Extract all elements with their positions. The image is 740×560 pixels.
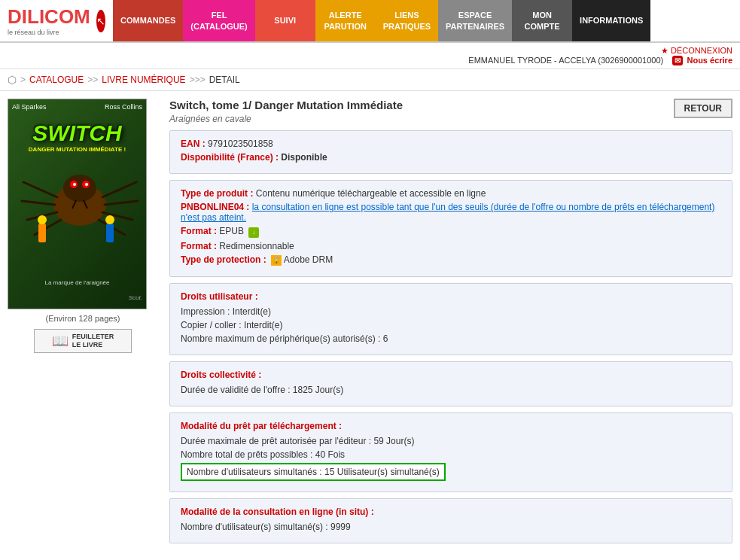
book-title: Switch, tome 1/ Danger Mutation Immédiat… <box>169 99 403 111</box>
title-area: Switch, tome 1/ Danger Mutation Immédiat… <box>169 99 403 124</box>
peripheriques-row: Nombre maximum de périphérique(s) autori… <box>181 333 721 344</box>
breadcrumb-catalogue[interactable]: CATALOGUE <box>29 75 84 85</box>
svg-rect-18 <box>106 224 114 242</box>
pnb-label: PNBONLINE04 : <box>181 202 249 212</box>
breadcrumb-sep-1: > <box>20 75 26 85</box>
cover-bottom-text: La marque de l'araignée <box>8 279 146 286</box>
svg-line-7 <box>22 201 55 205</box>
format-redim-row: Format : Redimensionnable <box>181 241 721 251</box>
nav-liens[interactable]: LIENSPRATIQUES <box>376 0 438 41</box>
utilisateurs-simultanes-value: Nombre d'utilisateurs simultanés : 15 Ut… <box>181 463 446 481</box>
email-icon: ✉ <box>672 56 683 65</box>
book-cover-inner: Ali Sparkes Ross Collins SWITCH DANGER M… <box>8 99 146 309</box>
svg-line-6 <box>23 182 57 197</box>
dispo-row: Disponibilité (France) : Disponible <box>181 152 721 163</box>
feuilleter-button[interactable]: 📖 FEUILLETERLE LIVRE <box>34 329 132 353</box>
book-cover: Ali Sparkes Ross Collins SWITCH DANGER M… <box>8 99 147 309</box>
nous-ecrire-btn[interactable]: ✉ Nous écrire <box>672 56 732 65</box>
cover-badge: Scut. <box>129 294 142 301</box>
logo: DILICOM <box>8 5 90 29</box>
protection-row: Type de protection : 🔒 Adobe DRM <box>181 254 721 266</box>
nav-alerte-label: ALERTEPARUTION <box>324 10 367 32</box>
pnb-row: PNBONLINE04 : la consultation en ligne e… <box>181 202 721 223</box>
header: DILICOM le réseau du livre ↖ COMMANDES F… <box>0 0 740 43</box>
format-redim-value: Redimensionnable <box>219 241 294 251</box>
nombre-prets-row: Nombre total de prêts possibles : 40 Foi… <box>181 449 721 460</box>
utilisateurs-simultanes-row: Nombre d'utilisateurs simultanés : 15 Ut… <box>181 463 721 481</box>
type-produit-label: Type de produit : <box>181 188 253 199</box>
nav-info[interactable]: INFORMATIONS <box>572 0 650 41</box>
copier-row: Copier / coller : Interdit(e) <box>181 320 721 330</box>
user-info: EMMANUEL TYRODE - ACCELYA (3026900001000… <box>468 56 663 65</box>
impression-row: Impression : Interdit(e) <box>181 306 721 317</box>
format-epub-value: EPUB <box>219 226 246 236</box>
format-redim-label: Format : <box>181 241 217 251</box>
pnb-value: la consultation en ligne est possible ta… <box>181 202 714 223</box>
nav-commandes[interactable]: COMMANDES <box>113 0 183 41</box>
dispo-value: Disponible <box>281 152 327 163</box>
droits-collectivite-block: Droits collectivité : Durée de validité … <box>169 361 732 406</box>
book-open-icon: 📖 <box>52 333 69 349</box>
nav-liens-label: LIENSPRATIQUES <box>383 10 431 32</box>
svg-point-19 <box>105 215 114 224</box>
breadcrumb-sep-3: >>> <box>190 75 206 85</box>
main-content: Ali Sparkes Ross Collins SWITCH DANGER M… <box>0 91 740 557</box>
book-subtitle: Araignées en cavale <box>169 114 403 124</box>
svg-point-5 <box>85 183 88 186</box>
retour-button[interactable]: RETOUR <box>674 99 732 118</box>
consultation-simultane-row: Nombre d'utilisateur(s) simultané(s) : 9… <box>181 522 721 532</box>
logo-icon: ↖ <box>96 10 105 32</box>
drm-icon: 🔒 <box>271 255 282 266</box>
logo-com: COM <box>44 5 90 29</box>
svg-point-1 <box>63 175 96 202</box>
duree-pret-row: Durée maximale de prêt autorisée par l'é… <box>181 436 721 446</box>
logo-text: DILI <box>8 5 44 29</box>
droits-collectivite-title: Droits collectivité : <box>181 370 721 380</box>
protection-label: Type de protection : <box>181 254 266 265</box>
breadcrumb-sep-2: >> <box>87 75 98 85</box>
logo-area: DILICOM le réseau du livre ↖ <box>0 0 113 41</box>
product-info-block: Type de produit : Contenu numérique télé… <box>169 180 732 277</box>
deconnexion-link[interactable]: ★ DÉCONNEXION <box>661 46 732 55</box>
modalite-pret-block: Modalité du prêt par téléchargement : Du… <box>169 412 732 492</box>
nav-mon-label: MONCOMPTE <box>525 10 560 32</box>
dispo-label: Disponibilité (France) : <box>181 152 279 163</box>
cover-illustrator: Ross Collins <box>105 103 142 111</box>
pages-info: (Environ 128 pages) <box>8 314 158 323</box>
feuilleter-label: FEUILLETERLE LIVRE <box>72 333 114 349</box>
svg-point-17 <box>38 215 47 224</box>
nav-fel[interactable]: FEL(CATALOGUE) <box>183 0 254 41</box>
ean-number: 9791023501858 <box>208 138 273 149</box>
logo-tagline: le réseau du livre <box>8 29 59 36</box>
svg-line-11 <box>105 201 138 205</box>
nav-mon[interactable]: MONCOMPTE <box>512 0 572 41</box>
svg-point-4 <box>73 183 76 186</box>
nav-espace[interactable]: ESPACEPARTENAIRES <box>438 0 512 41</box>
cover-author: Ali Sparkes <box>12 103 47 111</box>
spider-illustration <box>16 152 139 263</box>
left-panel: Ali Sparkes Ross Collins SWITCH DANGER M… <box>8 99 158 549</box>
breadcrumb-detail: DETAIL <box>209 75 240 85</box>
nav-espace-label: ESPACEPARTENAIRES <box>446 10 504 32</box>
type-produit-value: Contenu numérique téléchargeable et acce… <box>256 188 486 199</box>
droits-utilisateur-block: Droits utilisateur : Impression : Interd… <box>169 283 732 355</box>
modalite-consultation-title: Modalité de la consultation en ligne (in… <box>181 507 721 517</box>
protection-value: 🔒 Adobe DRM <box>269 254 333 265</box>
nav-alerte[interactable]: ALERTEPARUTION <box>315 0 376 41</box>
ean-label: EAN : <box>181 138 206 149</box>
breadcrumb-livrenumerique[interactable]: LIVRE NUMÉRIQUE <box>102 75 185 85</box>
right-panel: Switch, tome 1/ Danger Mutation Immédiat… <box>169 99 732 549</box>
cursor-icon: ↖ <box>96 15 105 27</box>
nav-bar: COMMANDES FEL(CATALOGUE) SUIVI ALERTEPAR… <box>113 0 740 41</box>
nav-suivi[interactable]: SUIVI <box>255 0 315 41</box>
nav-fel-label: FEL(CATALOGUE) <box>190 10 247 32</box>
user-bar: ★ DÉCONNEXION EMMANUEL TYRODE - ACCELYA … <box>0 43 740 69</box>
modalite-pret-title: Modalité du prêt par téléchargement : <box>181 421 721 431</box>
svg-line-10 <box>102 182 136 197</box>
svg-rect-16 <box>38 224 46 242</box>
home-icon[interactable]: ⬡ <box>8 74 17 86</box>
ean-block: EAN : 9791023501858 Disponibilité (Franc… <box>169 130 732 174</box>
format-epub-row: Format : EPUB ↓ <box>181 226 721 238</box>
title-bar: Switch, tome 1/ Danger Mutation Immédiat… <box>169 99 732 124</box>
type-produit-row: Type de produit : Contenu numérique télé… <box>181 188 721 199</box>
